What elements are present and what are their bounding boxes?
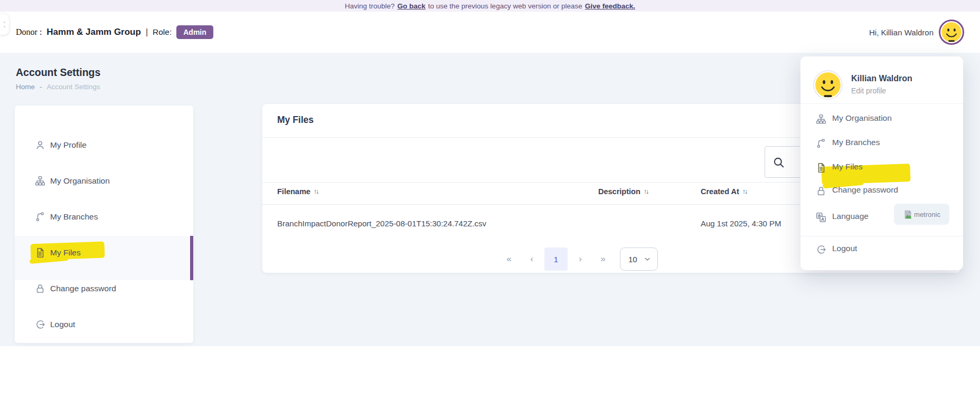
give-feedback-link[interactable]: Give feedback. [585,2,635,10]
divider: | [146,27,148,37]
smiley-avatar-icon [815,72,841,98]
language-badge-label: metronic [914,211,940,218]
user-name: Killian Waldron [851,74,912,83]
sitemap-icon [815,113,827,125]
branch-icon [815,138,827,149]
edge-drag-tab[interactable] [0,14,9,35]
go-back-link[interactable]: Go back [398,2,426,10]
menu-item-logout[interactable]: Logout [800,237,963,262]
column-header-description[interactable]: Description ↑↓ [598,187,648,196]
menu-item-label: My Branches [832,138,880,147]
pagination-prev-button[interactable]: ‹ [524,254,540,264]
column-label: Description [598,187,640,196]
role-label: Role: [153,27,172,37]
pagination-page-1[interactable]: 1 [544,247,568,271]
search-icon [772,156,786,169]
edit-profile-link[interactable]: Edit profile [851,87,886,95]
page-size-select[interactable]: 10 [620,247,658,271]
donor-info: Donor : Hamm & Jamm Group | Role: Admin [16,12,213,53]
sort-icon[interactable]: ↑↓ [742,188,747,195]
pagination-last-button[interactable]: » [595,254,611,264]
role-badge: Admin [176,25,213,39]
user-dropdown-menu: Killian Waldron Edit profile My Organisa… [800,56,963,270]
logout-icon [34,319,46,330]
logout-icon [815,244,827,255]
menu-item-my-organisation[interactable]: My Organisation [800,107,963,131]
sidebar-item-my-organisation[interactable]: My Organisation [15,170,193,192]
pagination: « ‹ 1 › » 10 [501,247,658,271]
banner-text-middle: to use the previous legacy web version o… [428,2,582,10]
menu-item-label: My Files [832,162,863,171]
sidebar-item-label: Change password [50,284,116,293]
user-menu-header: Killian Waldron Edit profile [800,56,963,103]
broken-image-icon [903,209,913,219]
column-label: Created At [701,187,739,196]
avatar [813,70,843,100]
sidebar-item-label: My Files [50,248,81,257]
file-icon [34,247,46,259]
sidebar-item-logout[interactable]: Logout [15,314,193,335]
menu-item-label: My Organisation [832,113,892,123]
menu-item-label: Language [832,212,869,221]
avatar[interactable] [939,20,964,45]
sort-icon[interactable]: ↑↓ [644,188,648,195]
column-header-created-at[interactable]: Created At ↑↓ [701,187,747,196]
sidebar-item-change-password[interactable]: Change password [15,278,193,299]
sidebar-item-label: My Branches [50,212,98,222]
breadcrumb-home[interactable]: Home [16,83,35,91]
page-title: Account Settings [16,66,100,79]
smiley-avatar-icon [941,22,962,42]
column-label: Filename [277,187,310,196]
legacy-banner: Having trouble? Go back to use the previ… [0,0,980,12]
divider [800,236,963,236]
lock-icon [34,283,46,294]
column-header-filename[interactable]: Filename ↑↓ [277,187,318,196]
sidebar-item-label: My Organisation [50,176,110,186]
greeting-text: Hi, Killian Waldron [869,28,934,37]
donor-name: Hamm & Jamm Group [46,27,141,37]
account-settings-sidebar: My Profile My Organisation My Branches M… [15,106,193,343]
menu-item-label: Logout [832,244,857,253]
divider [800,103,963,104]
cell-created-at: Aug 1st 2025, 4:30 PM [701,219,781,228]
user-icon [34,139,46,151]
branch-icon [34,211,46,223]
cell-filename: BranchImpactDonorReport_2025-08-01T15:30… [277,219,486,228]
translate-icon [815,212,827,223]
sidebar-item-my-profile[interactable]: My Profile [15,135,193,156]
sort-icon[interactable]: ↑↓ [314,188,318,195]
banner-text-prefix: Having trouble? [345,2,395,10]
user-greeting-area: Hi, Killian Waldron [869,12,964,53]
sitemap-icon [34,175,46,187]
donor-label: Donor : [16,27,42,37]
breadcrumb-current: Account Settings [47,83,100,91]
menu-item-label: Change password [832,185,898,195]
pagination-next-button[interactable]: › [572,254,588,264]
lock-icon [815,185,827,197]
file-icon [815,162,827,174]
pagination-first-button[interactable]: « [501,254,517,264]
app-header: Donor : Hamm & Jamm Group | Role: Admin … [0,12,980,53]
breadcrumb: Home - Account Settings [16,83,100,91]
menu-item-my-branches[interactable]: My Branches [800,131,963,156]
sidebar-item-label: Logout [50,320,75,329]
sidebar-item-label: My Profile [50,140,87,150]
sidebar-item-my-branches[interactable]: My Branches [15,206,193,227]
language-badge[interactable]: metronic [894,204,949,225]
chevron-down-icon [643,255,652,263]
page-size-value: 10 [628,255,637,264]
menu-item-language[interactable]: Language metronic [800,205,963,230]
panel-title: My Files [277,114,314,126]
breadcrumb-separator: - [40,83,42,91]
